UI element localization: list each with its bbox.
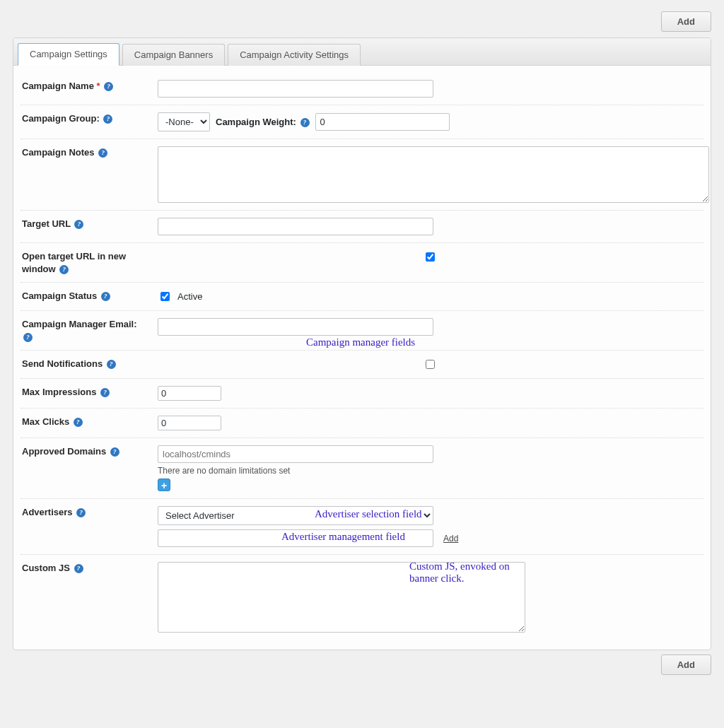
help-icon[interactable]: ? bbox=[104, 82, 113, 91]
callout-custom-js: Custom JS, envoked on banner click. bbox=[409, 560, 530, 585]
manager-email-label: Campaign Manager Email: ? bbox=[22, 318, 148, 343]
campaign-panel: Campaign Settings Campaign Banners Campa… bbox=[13, 37, 711, 650]
tab-strip: Campaign Settings Campaign Banners Campa… bbox=[13, 38, 711, 66]
target-url-label: Target URL ? bbox=[22, 218, 148, 230]
open-new-window-label: Open target URL in new window ? bbox=[22, 250, 148, 275]
add-domain-button[interactable]: + bbox=[158, 479, 170, 491]
help-icon[interactable]: ? bbox=[98, 148, 107, 158]
help-icon[interactable]: ? bbox=[300, 118, 310, 127]
open-new-window-checkbox[interactable] bbox=[160, 252, 700, 262]
help-icon[interactable]: ? bbox=[23, 333, 33, 342]
send-notifications-label: Send Notifications ? bbox=[22, 358, 148, 370]
campaign-status-label: Campaign Status ? bbox=[22, 290, 148, 303]
advertisers-label: Advertisers ? bbox=[22, 506, 148, 519]
target-url-input[interactable] bbox=[158, 218, 433, 235]
help-icon[interactable]: ? bbox=[100, 388, 110, 397]
add-button-top[interactable]: Add bbox=[661, 11, 711, 32]
help-icon[interactable]: ? bbox=[76, 508, 86, 517]
callout-manager-fields: Campaign manager fields bbox=[306, 336, 415, 348]
campaign-group-select[interactable]: -None- bbox=[158, 112, 210, 131]
campaign-notes-textarea[interactable] bbox=[158, 146, 709, 203]
required-asterisk: * bbox=[97, 81, 100, 91]
manager-email-input[interactable] bbox=[158, 318, 433, 336]
tab-campaign-activity-settings[interactable]: Campaign Activity Settings bbox=[228, 44, 361, 66]
campaign-notes-label: Campaign Notes ? bbox=[22, 146, 148, 159]
help-icon[interactable]: ? bbox=[107, 360, 116, 369]
max-impressions-label: Max Impressions ? bbox=[22, 386, 148, 399]
help-icon[interactable]: ? bbox=[74, 418, 83, 427]
callout-advertiser-selection: Advertiser selection field bbox=[315, 508, 422, 520]
callout-advertiser-management: Advertiser management field bbox=[281, 531, 405, 543]
max-clicks-input[interactable] bbox=[158, 416, 221, 430]
campaign-name-input[interactable] bbox=[158, 80, 433, 98]
campaign-group-label: Campaign Group: ? bbox=[22, 112, 148, 125]
approved-domain-input[interactable] bbox=[158, 445, 433, 463]
help-icon[interactable]: ? bbox=[101, 292, 110, 301]
campaign-status-checkbox[interactable] bbox=[160, 292, 170, 301]
help-icon[interactable]: ? bbox=[110, 447, 119, 457]
campaign-weight-label: Campaign Weight: ? bbox=[216, 117, 310, 127]
campaign-name-label: Campaign Name * ? bbox=[22, 80, 148, 93]
advertiser-add-link[interactable]: Add bbox=[443, 534, 458, 544]
add-button-bottom[interactable]: Add bbox=[661, 654, 711, 675]
tab-campaign-settings[interactable]: Campaign Settings bbox=[18, 43, 119, 66]
custom-js-label: Custom JS ? bbox=[22, 562, 148, 575]
max-clicks-label: Max Clicks ? bbox=[22, 416, 148, 428]
approved-domains-label: Approved Domains ? bbox=[22, 445, 148, 458]
send-notifications-checkbox[interactable] bbox=[160, 360, 700, 369]
help-icon[interactable]: ? bbox=[74, 564, 83, 573]
campaign-weight-input[interactable] bbox=[315, 113, 450, 131]
campaign-status-text: Active bbox=[177, 291, 202, 302]
help-icon[interactable]: ? bbox=[103, 115, 112, 124]
help-icon[interactable]: ? bbox=[74, 220, 83, 229]
help-icon[interactable]: ? bbox=[59, 265, 69, 274]
domain-hint: There are no domain limitations set bbox=[158, 466, 702, 476]
max-impressions-input[interactable] bbox=[158, 386, 221, 401]
tab-campaign-banners[interactable]: Campaign Banners bbox=[122, 44, 225, 66]
